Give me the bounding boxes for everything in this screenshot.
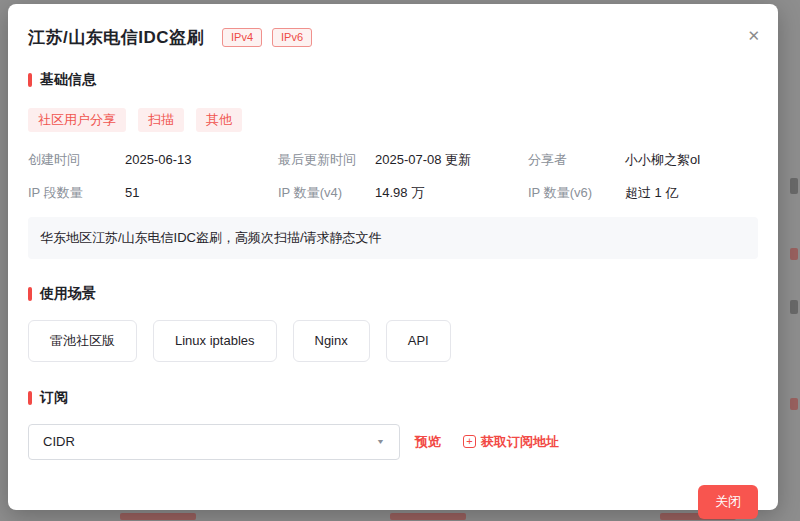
backdrop-content-fragment (790, 248, 798, 260)
tag-scan: 扫描 (138, 108, 184, 132)
ipv6-count-label: IP 数量(v6) (528, 184, 625, 202)
section-usage-label: 使用场景 (40, 285, 96, 303)
usage-nginx-button[interactable]: Nginx (293, 320, 370, 362)
ip-segment-count-value: 51 (125, 185, 278, 200)
ipv4-count-value: 14.98 万 (375, 184, 528, 202)
created-time-label: 创建时间 (28, 151, 125, 169)
section-marker-bar (28, 73, 32, 87)
plus-box-icon: + (463, 435, 476, 448)
close-button[interactable]: 关闭 (698, 485, 758, 519)
subscribe-row: CIDR ▼ 预览 + 获取订阅地址 (28, 424, 758, 460)
basic-info-grid: 创建时间 2025-06-13 最后更新时间 2025-07-08 更新 分享者… (28, 151, 758, 202)
tag-other: 其他 (196, 108, 242, 132)
section-subscribe: 订阅 (28, 389, 758, 407)
sharer-value: 小小柳之絮ol (625, 151, 758, 169)
last-update-value: 2025-07-08 更新 (375, 151, 528, 169)
ipv4-count-label: IP 数量(v4) (278, 184, 375, 202)
get-subscribe-url-label: 获取订阅地址 (481, 433, 559, 451)
ipv6-badge: IPv6 (272, 28, 312, 47)
section-usage: 使用场景 (28, 285, 758, 303)
sharer-label: 分享者 (528, 151, 625, 169)
chevron-down-icon: ▼ (376, 438, 385, 446)
section-marker-bar (28, 287, 32, 301)
get-subscribe-url-link[interactable]: + 获取订阅地址 (463, 433, 559, 451)
usage-buttons-row: 雷池社区版 Linux iptables Nginx API (28, 320, 758, 362)
ipv4-badge: IPv4 (222, 28, 262, 47)
modal-footer: 关闭 (28, 485, 758, 519)
section-marker-bar (28, 391, 32, 405)
description-box: 华东地区江苏/山东电信IDC盗刷，高频次扫描/请求静态文件 (28, 217, 758, 259)
last-update-label: 最后更新时间 (278, 151, 375, 169)
backdrop-content-fragment (790, 398, 798, 410)
modal-title: 江苏/山东电信IDC盗刷 (28, 26, 204, 49)
section-basic-info: 基础信息 (28, 71, 758, 89)
preview-link[interactable]: 预览 (415, 433, 441, 451)
format-select[interactable]: CIDR ▼ (28, 424, 400, 460)
usage-iptables-button[interactable]: Linux iptables (153, 320, 277, 362)
ip-segment-count-label: IP 段数量 (28, 184, 125, 202)
format-select-value: CIDR (43, 434, 75, 449)
usage-safeline-button[interactable]: 雷池社区版 (28, 320, 137, 362)
section-basic-info-label: 基础信息 (40, 71, 96, 89)
created-time-value: 2025-06-13 (125, 152, 278, 167)
close-icon[interactable]: ✕ (743, 24, 764, 47)
backdrop-content-fragment (790, 178, 798, 194)
ipv6-count-value: 超过 1 亿 (625, 184, 758, 202)
usage-api-button[interactable]: API (386, 320, 451, 362)
modal-header: 江苏/山东电信IDC盗刷 IPv4 IPv6 ✕ (28, 26, 758, 49)
tags-row: 社区用户分享 扫描 其他 (28, 108, 758, 132)
ip-group-detail-modal: 江苏/山东电信IDC盗刷 IPv4 IPv6 ✕ 基础信息 社区用户分享 扫描 … (8, 4, 778, 510)
section-subscribe-label: 订阅 (40, 389, 68, 407)
tag-community-share: 社区用户分享 (28, 108, 126, 132)
backdrop-content-fragment (790, 300, 798, 314)
